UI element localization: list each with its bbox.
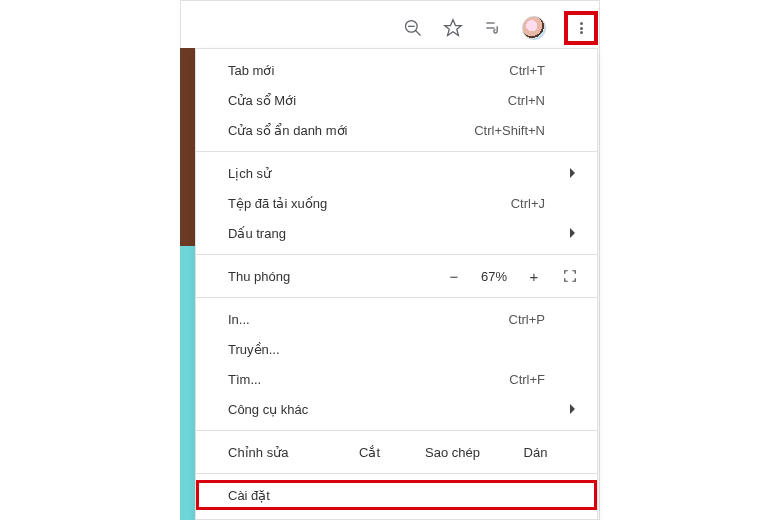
menu-separator	[196, 297, 597, 298]
menu-label: Cửa sổ ẩn danh mới	[228, 123, 474, 138]
menu-item-incognito[interactable]: Cửa sổ ẩn danh mới Ctrl+Shift+N	[196, 115, 597, 145]
menu-label: In...	[228, 312, 509, 327]
desktop-strip-bottom	[180, 246, 195, 520]
menu-label: Cửa sổ Mới	[228, 93, 508, 108]
fullscreen-icon	[563, 269, 577, 283]
media-control-icon[interactable]	[482, 17, 504, 39]
menu-label: Tìm...	[228, 372, 509, 387]
menu-separator	[196, 473, 597, 474]
menu-shortcut: Ctrl+T	[509, 63, 545, 78]
menu-item-edit: Chỉnh sửa Cắt Sao chép Dán	[196, 437, 597, 467]
menu-label: Công cụ khác	[228, 402, 545, 417]
desktop-strip-top	[180, 48, 195, 246]
menu-shortcut: Ctrl+Shift+N	[474, 123, 545, 138]
menu-item-history[interactable]: Lịch sử	[196, 158, 597, 188]
svg-marker-3	[445, 20, 462, 36]
menu-shortcut: Ctrl+F	[509, 372, 545, 387]
menu-label: Dấu trang	[228, 226, 545, 241]
menu-separator	[196, 430, 597, 431]
menu-item-more-tools[interactable]: Công cụ khác	[196, 394, 597, 424]
zoom-minus-button[interactable]: −	[439, 268, 469, 285]
menu-item-cast[interactable]: Truyền...	[196, 334, 597, 364]
zoom-value: 67%	[469, 269, 519, 284]
menu-label: Tab mới	[228, 63, 509, 78]
menu-separator	[196, 151, 597, 152]
edit-cut-button[interactable]: Cắt	[328, 445, 411, 460]
menu-label: Chỉnh sửa	[228, 445, 328, 460]
menu-item-bookmarks[interactable]: Dấu trang	[196, 218, 597, 248]
vertical-dots-icon	[580, 21, 583, 36]
menu-shortcut: Ctrl+N	[508, 93, 545, 108]
menu-item-downloads[interactable]: Tệp đã tải xuống Ctrl+J	[196, 188, 597, 218]
menu-item-find[interactable]: Tìm... Ctrl+F	[196, 364, 597, 394]
menu-separator	[196, 254, 597, 255]
chevron-right-icon	[570, 168, 575, 178]
menu-shortcut: Ctrl+J	[511, 196, 545, 211]
menu-label: Lịch sử	[228, 166, 545, 181]
menu-item-help[interactable]: Trợ giúp	[196, 510, 597, 520]
menu-label: Cài đặt	[228, 488, 545, 503]
edit-copy-button[interactable]: Sao chép	[411, 445, 494, 460]
fullscreen-button[interactable]	[559, 269, 581, 283]
chevron-right-icon	[570, 228, 575, 238]
more-menu-button[interactable]	[564, 11, 598, 45]
edit-paste-button[interactable]: Dán	[494, 445, 577, 460]
browser-toolbar	[402, 8, 598, 48]
menu-label: Truyền...	[228, 342, 545, 357]
zoom-out-icon[interactable]	[402, 17, 424, 39]
svg-line-1	[416, 31, 421, 36]
menu-shortcut: Ctrl+P	[509, 312, 545, 327]
bookmark-star-icon[interactable]	[442, 17, 464, 39]
chrome-main-menu: Tab mới Ctrl+T Cửa sổ Mới Ctrl+N Cửa sổ …	[195, 48, 598, 520]
menu-item-zoom: Thu phóng − 67% +	[196, 261, 597, 291]
zoom-plus-button[interactable]: +	[519, 268, 549, 285]
menu-item-print[interactable]: In... Ctrl+P	[196, 304, 597, 334]
menu-item-new-tab[interactable]: Tab mới Ctrl+T	[196, 55, 597, 85]
menu-item-settings[interactable]: Cài đặt	[196, 480, 597, 510]
menu-label: Tệp đã tải xuống	[228, 196, 511, 211]
menu-item-new-window[interactable]: Cửa sổ Mới Ctrl+N	[196, 85, 597, 115]
profile-avatar[interactable]	[522, 16, 546, 40]
chevron-right-icon	[570, 404, 575, 414]
menu-label: Thu phóng	[228, 269, 439, 284]
